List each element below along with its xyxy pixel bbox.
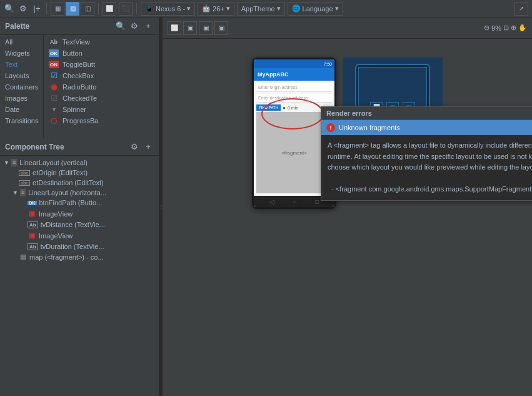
input1-placeholder: Enter origin address <box>258 85 298 89</box>
nav-recent-icon: □ <box>315 198 319 205</box>
tree-header: Component Tree ⚙ + <box>0 138 159 156</box>
zoom-plus-icon[interactable]: ⊕ <box>511 24 516 32</box>
error-icon: ! <box>326 123 335 132</box>
tree-btn-findpath[interactable]: OK btnFindPath (Butto... <box>0 198 159 208</box>
palette-item-textview[interactable]: Ab TextView <box>44 36 159 48</box>
tv-distance-label: tvDistance (TextVie... <box>41 221 105 228</box>
blueprint-view-btn[interactable]: ◫ <box>81 2 94 16</box>
orient-portrait-btn[interactable]: ⬜ <box>103 2 116 16</box>
palette-content: All Widgets Text Layouts Containers Imag… <box>0 35 159 138</box>
et-dest-icon: abc <box>19 180 30 186</box>
extra-option-btn[interactable]: ↗ <box>514 2 528 16</box>
app-name: MyAppABC <box>258 71 289 78</box>
palette-search-icon[interactable]: 🔍 <box>115 21 126 32</box>
render-errors-title: Render errors <box>321 107 532 120</box>
orient-landscape-btn[interactable]: ⬛ <box>119 2 133 16</box>
cat-transitions[interactable]: Transitions <box>0 115 43 126</box>
tree-linear-layout-vertical[interactable]: ▼ ≡ LinearLayout (vertical) <box>0 158 159 168</box>
et-origin-label: etOrigin (EditText) <box>33 169 88 176</box>
device-selector-btn[interactable]: 📱 Nexus 6 - ▾ <box>141 2 195 16</box>
palette-item-spinner[interactable]: ▾ Spinner <box>44 104 159 115</box>
sep1 <box>46 3 47 14</box>
zoom-minus-icon[interactable]: ⊖ <box>484 24 489 32</box>
cat-images[interactable]: Images <box>0 93 43 104</box>
ll-v-icon: ≡ <box>11 159 17 166</box>
tree-linear-layout-horiz[interactable]: ▼ ≡ LinearLayout (horizonta... <box>0 188 159 198</box>
canvas-design-btn[interactable]: ⬜ <box>168 21 181 35</box>
checkedtext-label: CheckedTe <box>63 94 97 102</box>
button-label: Button <box>63 49 83 57</box>
canvas-orient-btn[interactable]: ▣ <box>199 21 213 35</box>
pan-icon[interactable]: ✋ <box>518 24 527 32</box>
tree-et-origin[interactable]: abc etOrigin (EditText) <box>0 168 159 178</box>
palette-item-progressbar[interactable]: ◯ ProgressBa <box>44 115 159 126</box>
search-icon[interactable]: 🔍 <box>4 3 15 14</box>
design-view-btn[interactable]: ▦ <box>51 2 64 16</box>
view-mode-group: ▦ ▧ ◫ <box>51 2 94 16</box>
dropdown-arrow: ▾ <box>187 4 191 13</box>
btn-findpath-label: btnFindPath (Butto... <box>39 199 103 206</box>
tree-imageview-1[interactable]: ▣ ImageView <box>0 208 159 220</box>
btn-findpath-icon: OK <box>28 201 37 205</box>
tree-et-destination[interactable]: abc etDestination (EditText) <box>0 178 159 188</box>
tree-tv-distance[interactable]: Ab tvDistance (TextVie... <box>0 220 159 230</box>
canvas-area[interactable]: 7:50 MyAppABC Enter origin address <box>163 39 532 396</box>
nav-back-icon: ◁ <box>269 198 274 205</box>
ll-v-label: LinearLayout (vertical) <box>19 159 88 166</box>
render-error-row[interactable]: ! Unknown fragments <box>321 120 532 135</box>
spinner-label: Spinner <box>63 106 86 113</box>
zoom-fit-btn[interactable]: ⊡ <box>503 24 509 32</box>
language-selector-btn[interactable]: 🌐 Language ▾ <box>288 2 343 16</box>
tree-title: Component Tree <box>5 143 126 151</box>
tree-arrow-ll-v: ▼ <box>4 160 9 166</box>
tv-duration-label: tvDuration (TextVie... <box>41 243 104 250</box>
cat-text[interactable]: Text <box>0 59 43 70</box>
imageview2-icon: ▣ <box>28 231 36 240</box>
phone-action-bar: MyAppABC <box>254 68 334 81</box>
tree-settings-icon[interactable]: ⚙ <box>129 141 140 153</box>
tree-imageview-2[interactable]: ▣ ImageView <box>0 230 159 241</box>
render-errors-popup: Render errors ! Unknown fragments A <fra… <box>321 106 532 201</box>
spinner-icon: ▾ <box>49 106 59 113</box>
palette-item-radiobtn[interactable]: ◉ RadioButto <box>44 81 159 93</box>
checkbox-icon: ☑ <box>49 72 59 79</box>
palette-item-checkbox[interactable]: ☑ CheckBox <box>44 70 159 81</box>
et-dest-label: etDestination (EditText) <box>33 179 104 186</box>
palette-item-checkedtext[interactable]: ☑ CheckedTe <box>44 93 159 104</box>
language-label: Language <box>303 5 333 13</box>
api-selector-btn[interactable]: 🤖 26+ ▾ <box>198 2 234 16</box>
settings-icon[interactable]: ⚙ <box>18 3 29 14</box>
canvas-extra-btn[interactable]: ▣ <box>214 21 228 35</box>
phone-input1: Enter origin address <box>256 83 332 92</box>
tree-add-icon[interactable]: + <box>143 141 154 153</box>
split-view-btn[interactable]: ▧ <box>66 2 79 16</box>
palette-settings-icon[interactable]: ⚙ <box>129 21 140 32</box>
sep3 <box>136 3 137 14</box>
input2-placeholder: Enter destination address <box>258 96 308 100</box>
progressbar-icon: ◯ <box>49 117 59 124</box>
cat-date[interactable]: Date <box>0 104 43 115</box>
layout-icon[interactable]: |+ <box>31 3 43 14</box>
cat-all[interactable]: All <box>0 36 43 48</box>
palette-item-button[interactable]: OK Button <box>44 48 159 59</box>
cat-widgets[interactable]: Widgets <box>0 48 43 59</box>
imageview2-label: ImageView <box>39 232 73 240</box>
palette-title: Palette <box>5 22 113 31</box>
tv-duration-icon: Ab <box>28 243 38 250</box>
et-origin-icon: abc <box>19 170 30 176</box>
render-error-description: A <fragment> tag allows a layout file to… <box>321 135 532 200</box>
palette-layout-icon[interactable]: + <box>143 21 154 32</box>
palette-item-togglebtn[interactable]: ON ToggleButt <box>44 59 159 70</box>
ll-h-label: LinearLayout (horizonta... <box>28 189 106 196</box>
cat-layouts[interactable]: Layouts <box>0 70 43 81</box>
cat-containers[interactable]: Containers <box>0 81 43 93</box>
lang-dropdown-arrow: ▾ <box>335 4 339 13</box>
togglebtn-icon: ON <box>49 61 59 68</box>
map-icon: ▤ <box>19 253 27 261</box>
left-panel: Palette 🔍 ⚙ + All Widgets Text Layouts C… <box>0 18 159 396</box>
theme-selector-btn[interactable]: AppTheme ▾ <box>237 2 285 16</box>
find-path-btn[interactable]: FIND PATH <box>256 104 281 111</box>
tree-map-fragment[interactable]: ▤ map (<fragment>) - co... <box>0 251 159 262</box>
canvas-bp-btn[interactable]: ▣ <box>183 21 197 35</box>
tree-tv-duration[interactable]: Ab tvDuration (TextVie... <box>0 241 159 251</box>
